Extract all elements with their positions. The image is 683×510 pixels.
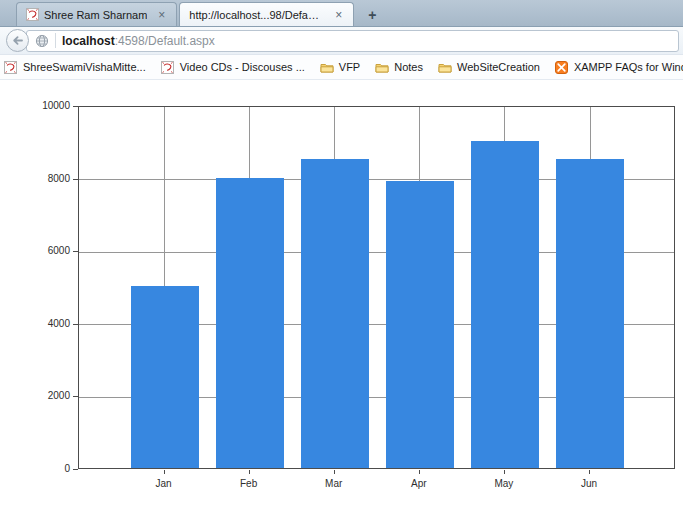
y-axis-label: 2000 bbox=[18, 390, 70, 401]
tab-title: http://localhost...98/Default.aspx bbox=[189, 9, 324, 21]
bookmark-label: ShreeSwamiVishaMitte... bbox=[23, 61, 146, 73]
bar-may bbox=[471, 141, 539, 468]
navigation-bar: localhost:4598/Default.aspx bbox=[0, 27, 683, 55]
shree-favicon bbox=[26, 8, 39, 21]
tab-localhost-default-aspx[interactable]: http://localhost...98/Default.aspx× bbox=[179, 2, 354, 26]
x-axis-label: Apr bbox=[389, 478, 449, 489]
x-axis-label: May bbox=[474, 478, 534, 489]
x-axis-tick bbox=[504, 470, 505, 474]
y-axis-label: 10000 bbox=[18, 100, 70, 111]
bookmark-item[interactable]: Notes bbox=[375, 61, 423, 74]
tab-close-icon[interactable]: × bbox=[333, 9, 344, 21]
y-axis-label: 8000 bbox=[18, 173, 70, 184]
y-axis-tick bbox=[73, 179, 78, 180]
shree-favicon bbox=[4, 61, 18, 74]
bookmark-item[interactable]: Video CDs - Discouses ... bbox=[161, 61, 305, 74]
bookmark-label: Video CDs - Discouses ... bbox=[180, 61, 305, 73]
folder-icon bbox=[375, 61, 389, 74]
y-axis-label: 4000 bbox=[18, 318, 70, 329]
y-axis-label: 0 bbox=[18, 463, 70, 474]
bookmark-label: Notes bbox=[394, 61, 423, 73]
bar-mar bbox=[301, 159, 369, 468]
folder-icon bbox=[438, 61, 452, 74]
bookmark-item[interactable]: ShreeSwamiVishaMitte... bbox=[4, 61, 146, 74]
x-axis-label: Jan bbox=[134, 478, 194, 489]
tab-shree-ram-sharnam[interactable]: Shree Ram Sharnam× bbox=[16, 2, 177, 26]
x-axis-tick bbox=[589, 470, 590, 474]
globe-icon bbox=[35, 34, 49, 48]
url-host: localhost bbox=[62, 34, 115, 48]
folder-icon bbox=[320, 61, 334, 74]
bookmark-item[interactable]: XAMPP FAQs for Wind... bbox=[555, 61, 683, 74]
url-path: :4598/Default.aspx bbox=[115, 34, 215, 48]
x-axis-tick bbox=[249, 470, 250, 474]
x-axis-tick bbox=[334, 470, 335, 474]
x-axis-label: Feb bbox=[219, 478, 279, 489]
back-button[interactable] bbox=[6, 29, 29, 52]
x-axis-label: Jun bbox=[559, 478, 619, 489]
y-axis-tick bbox=[73, 396, 78, 397]
x-axis-tick bbox=[164, 470, 165, 474]
bookmark-label: XAMPP FAQs for Wind... bbox=[574, 61, 683, 73]
tab-bar: Shree Ram Sharnam×http://localhost...98/… bbox=[0, 0, 683, 27]
new-tab-button[interactable]: + bbox=[360, 6, 384, 23]
browser-window: Shree Ram Sharnam×http://localhost...98/… bbox=[0, 0, 683, 510]
bar-chart: 0200040006000800010000JanFebMarAprMayJun bbox=[0, 80, 683, 510]
bookmark-label: WebSiteCreation bbox=[457, 61, 540, 73]
xampp-icon bbox=[555, 61, 569, 74]
tab-title: Shree Ram Sharnam bbox=[44, 9, 147, 21]
bookmark-item[interactable]: VFP bbox=[320, 61, 360, 74]
urlbar-divider bbox=[55, 33, 56, 48]
tab-close-icon[interactable]: × bbox=[156, 9, 167, 21]
url-text: localhost:4598/Default.aspx bbox=[62, 34, 215, 48]
bookmark-label: VFP bbox=[339, 61, 360, 73]
x-axis-label: Mar bbox=[304, 478, 364, 489]
page-content: 0200040006000800010000JanFebMarAprMayJun bbox=[0, 80, 683, 510]
bookmarks-bar: ShreeSwamiVishaMitte...Video CDs - Disco… bbox=[0, 55, 683, 80]
back-arrow-icon bbox=[10, 33, 25, 48]
y-axis-tick bbox=[73, 324, 78, 325]
bookmark-item[interactable]: WebSiteCreation bbox=[438, 61, 540, 74]
tabs-container: Shree Ram Sharnam×http://localhost...98/… bbox=[16, 2, 356, 26]
x-axis-tick bbox=[419, 470, 420, 474]
y-axis-tick bbox=[73, 251, 78, 252]
bar-jun bbox=[556, 159, 624, 468]
chart-plot-area bbox=[78, 106, 675, 469]
y-axis-label: 6000 bbox=[18, 245, 70, 256]
y-axis-tick bbox=[73, 469, 78, 470]
shree-favicon bbox=[161, 61, 175, 74]
bar-jan bbox=[131, 286, 199, 468]
bar-apr bbox=[386, 181, 454, 468]
url-bar[interactable]: localhost:4598/Default.aspx bbox=[26, 30, 679, 52]
y-axis-tick bbox=[73, 106, 78, 107]
bar-feb bbox=[216, 178, 284, 468]
